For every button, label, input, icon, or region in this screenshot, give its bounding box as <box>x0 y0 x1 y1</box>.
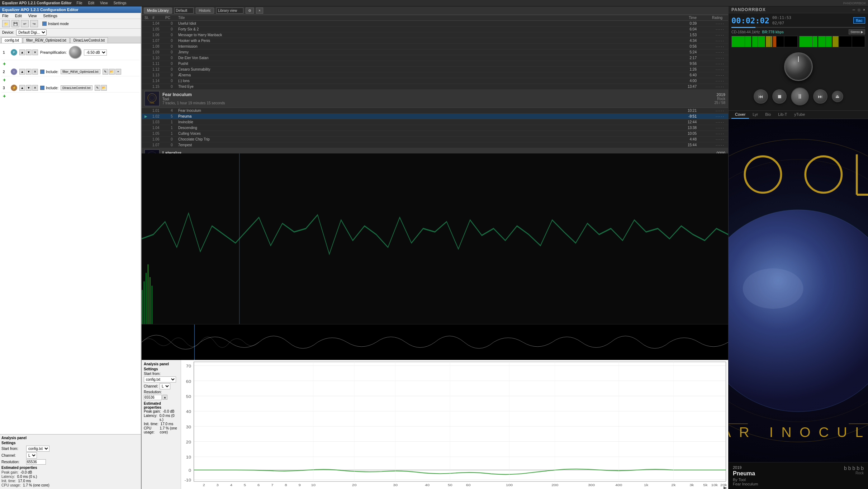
track-row[interactable]: 1.06 0 Message to Harry Manback 1:53 · ·… <box>142 32 728 38</box>
library-dropdown-1[interactable]: Default <box>174 8 194 14</box>
library-btn-2[interactable]: × <box>256 8 263 14</box>
filter-check-2[interactable] <box>40 70 44 74</box>
filter-folder-2[interactable]: 📂 <box>109 69 115 75</box>
chart-channel-select[interactable]: L <box>160 383 170 389</box>
eq-menu-file[interactable]: File <box>1 14 9 18</box>
start-from-select[interactable]: config.txt <box>26 446 49 452</box>
star-3[interactable]: b <box>853 465 855 471</box>
instant-mode-checkbox[interactable] <box>42 22 47 26</box>
resolution-input[interactable] <box>26 459 46 465</box>
tab-ytube[interactable]: yTube <box>791 111 808 119</box>
stereo-btn[interactable]: Stereo ▶ <box>849 29 865 34</box>
volume-knob[interactable] <box>784 52 813 81</box>
player-close-btn[interactable]: × <box>863 8 865 12</box>
track-row[interactable]: 1.15 0 Third Eye 13:47 · · · · · <box>142 84 728 90</box>
track-row[interactable]: 1.05 1 Culling Voices 10:05 · · · · · <box>142 131 728 137</box>
menu-view[interactable]: View <box>99 1 109 5</box>
filter-del-1[interactable]: ✕ <box>32 49 38 55</box>
track-row[interactable]: 1.14 0 (-) Ions 4:00 · · · · · <box>142 78 728 84</box>
chart-start-select[interactable]: config.txt <box>144 376 176 383</box>
star-2[interactable]: b <box>848 465 851 471</box>
track-row[interactable]: 1.10 0 Die Eier Von Satan 2:17 · · · · · <box>142 55 728 61</box>
tab-bio[interactable]: Bio <box>762 111 774 119</box>
tab-cover[interactable]: Cover <box>731 111 749 119</box>
np-right: b b b b b Rock <box>844 465 864 475</box>
chart-res-input[interactable] <box>144 395 162 400</box>
library-btn-1[interactable]: ⚙ <box>246 8 254 14</box>
album-header-fear-inoculum[interactable]: TOOL Fear Inoculum Tool 7 tracks, 1 hour… <box>142 90 728 108</box>
eq-menu-edit[interactable]: Edit <box>14 14 23 18</box>
eq-menu-settings[interactable]: Settings <box>42 14 58 18</box>
eject-btn[interactable]: ⏏ <box>832 91 843 102</box>
progress-bar[interactable] <box>731 27 865 28</box>
media-library-tab[interactable]: Media Library <box>144 8 172 14</box>
track-row[interactable]: 1.12 0 Cesaro Summability 1:26 · · · · · <box>142 67 728 72</box>
pream-knob[interactable] <box>69 46 82 59</box>
track-row[interactable]: 1.05 0 Forty Six & 2 6:04 · · · · · <box>142 27 728 32</box>
track-row[interactable]: 1.11 0 Pushit 9:56 · · · · · <box>142 61 728 67</box>
tab-filter-rew[interactable]: filter_REW_Optimized.txt <box>23 37 70 43</box>
track-row[interactable]: 1.06 0 Chocolate Chip Trip 4:48 · · · · … <box>142 137 728 142</box>
tab-libt[interactable]: Lib-T <box>774 111 791 119</box>
chart-res-up[interactable]: ▲ <box>162 395 167 400</box>
track-row[interactable]: 1.07 0 Hooker with a Penis 4:34 · · · · … <box>142 38 728 44</box>
channel-select[interactable]: L <box>26 452 37 459</box>
eq-menu-view[interactable]: View <box>28 14 38 18</box>
next-btn[interactable]: ⏭ <box>813 89 827 104</box>
toolbar-btn-1[interactable]: 📁 <box>2 20 10 27</box>
star-5[interactable]: b <box>861 465 864 471</box>
library-dropdown-2[interactable]: Library view <box>216 8 243 14</box>
filter-up-3[interactable]: ▲ <box>19 85 25 91</box>
star-1[interactable]: b <box>844 465 847 471</box>
track-status: ▶ <box>144 114 152 118</box>
filter-down-2[interactable]: ▼ <box>26 69 32 75</box>
player-restore-btn[interactable]: □ <box>858 8 860 12</box>
menu-file[interactable]: File <box>76 1 83 5</box>
toolbar-btn-2[interactable]: 💾 <box>11 20 19 27</box>
track-row[interactable]: 1.03 1 Invincible 12:44 · · · · · <box>142 119 728 125</box>
gain-select-1[interactable]: -6.50 dB <box>84 49 107 56</box>
filter-folder-3[interactable]: 📂 <box>101 85 107 91</box>
filter-del-3[interactable]: ✕ <box>32 85 38 91</box>
toolbar-btn-3[interactable]: ↩ <box>21 20 29 27</box>
track-row[interactable]: 1.09 0 Jimmy 5:24 · · · · · <box>142 49 728 55</box>
menu-settings[interactable]: Settings <box>113 1 127 5</box>
track-row[interactable]: ▶ 1.02 5 Pneuma -9:51 · · · · · <box>142 114 728 119</box>
track-row[interactable]: 1.08 0 Intermission 0:56 · · · · · <box>142 44 728 49</box>
add-filter-2[interactable]: + <box>3 77 9 83</box>
tab-dirac[interactable]: DiracLiveControl.txt <box>70 37 108 43</box>
menu-edit[interactable]: Edit <box>87 1 95 5</box>
album-header-lateralus[interactable]: LATERALUS Lateralus Tool 13 tracks, 1 ho… <box>142 148 728 153</box>
stop-btn[interactable]: ⏹ <box>772 89 787 104</box>
filter-check-3[interactable] <box>40 86 44 90</box>
filter-plus-2[interactable]: + <box>115 69 121 75</box>
track-row[interactable]: 1.01 4 Fear Inoculum 10:21 · · · · · <box>142 108 728 114</box>
track-row[interactable]: 1.07 0 7empest 15:44 · · · · · <box>142 142 728 148</box>
add-filter-1[interactable]: + <box>3 61 9 67</box>
filter-up-2[interactable]: ▲ <box>19 69 25 75</box>
tab-lyr[interactable]: Lyr <box>749 111 762 119</box>
track-row[interactable]: 1.04 0 Useful Idiot 0:39 · · · · · <box>142 21 728 27</box>
add-filter-3[interactable]: + <box>3 93 9 99</box>
track-list-body[interactable]: 1.04 0 Useful Idiot 0:39 · · · · · 1.05 … <box>142 21 728 153</box>
filter-edit-2[interactable]: ✎ <box>103 69 108 75</box>
star-4[interactable]: b <box>857 465 859 471</box>
np-left: 2019 Pneuma By Tool Fear Inoculum <box>733 465 758 486</box>
device-select[interactable]: Default Digi... <box>16 29 47 35</box>
pause-btn[interactable]: ⏸ <box>791 87 809 105</box>
track-title: Message to Harry Manback <box>178 33 675 37</box>
track-row[interactable]: 1.13 0 Ænema 6:40 · · · · · <box>142 72 728 78</box>
filter-del-2[interactable]: ✕ <box>32 69 38 75</box>
prev-btn[interactable]: ⏮ <box>754 89 768 104</box>
filter-edit-3[interactable]: ✎ <box>95 85 100 91</box>
filter-down-1[interactable]: ▼ <box>26 49 32 55</box>
track-row[interactable]: 1.04 1 Descending 13:38 · · · · · <box>142 125 728 131</box>
filter-up-1[interactable]: ▲ <box>19 49 25 55</box>
filter-down-3[interactable]: ▼ <box>26 85 32 91</box>
bottom-waveform[interactable] <box>142 324 728 360</box>
toolbar-btn-4[interactable]: ↪ <box>30 20 38 27</box>
track-time: 13:38 <box>675 126 697 130</box>
tab-config[interactable]: config.txt <box>1 37 22 43</box>
historic-tab[interactable]: Historic <box>196 8 214 14</box>
player-min-btn[interactable]: ─ <box>853 8 855 12</box>
